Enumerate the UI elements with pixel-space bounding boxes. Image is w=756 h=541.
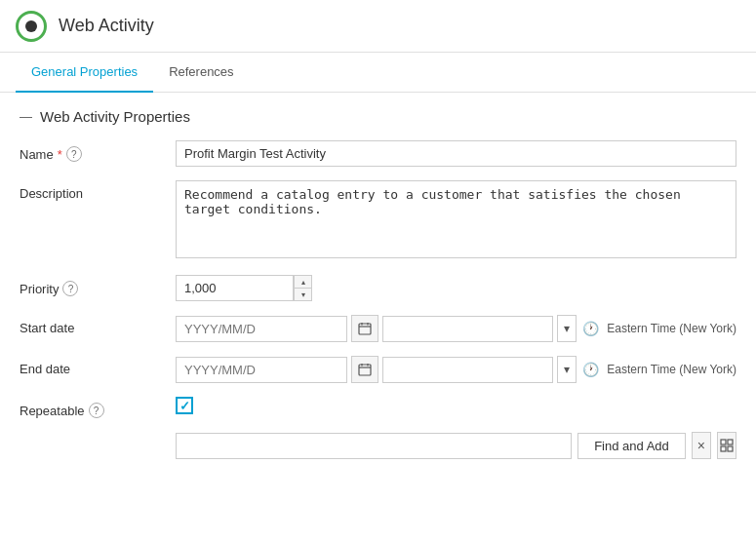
svg-rect-11 [728, 446, 733, 451]
end-date-label: End date [20, 356, 176, 376]
end-clock-icon: 🕐 [582, 362, 599, 377]
end-timezone-label: Eastern Time (New York) [607, 363, 736, 376]
end-time-input[interactable] [382, 357, 554, 383]
tab-references[interactable]: References [153, 53, 249, 93]
svg-rect-8 [721, 440, 726, 444]
repeatable-help-icon[interactable]: ? [89, 403, 104, 418]
close-button[interactable]: × [692, 432, 711, 459]
name-help-icon[interactable]: ? [66, 146, 82, 162]
tab-bar: General Properties References [0, 53, 756, 93]
name-label: Name * ? [20, 140, 176, 162]
priority-label: Priority ? [20, 275, 176, 296]
checkbox-check-icon: ✓ [179, 399, 190, 413]
svg-rect-9 [728, 440, 733, 444]
section-title: Web Activity Properties [40, 108, 190, 125]
end-date-input[interactable] [176, 357, 347, 383]
start-time-dropdown[interactable]: ▾ [557, 315, 577, 342]
find-add-row: Find and Add × [176, 432, 736, 459]
start-date-field-container: ▾ 🕐 Eastern Time (New York) [176, 315, 736, 342]
svg-rect-4 [359, 365, 371, 375]
find-text-input[interactable] [176, 433, 572, 459]
end-date-row-controls: ▾ 🕐 Eastern Time (New York) [176, 356, 736, 383]
calendar-icon [358, 322, 372, 335]
end-date-calendar-button[interactable] [351, 356, 378, 383]
spinner-down-button[interactable]: ▾ [295, 289, 311, 300]
web-activity-icon [16, 11, 47, 42]
start-timezone-label: Eastern Time (New York) [607, 322, 736, 335]
start-date-input[interactable] [176, 316, 347, 342]
start-date-label: Start date [20, 315, 176, 335]
close-icon: × [697, 438, 705, 453]
main-content: — Web Activity Properties Name * ? Descr… [0, 93, 756, 537]
icon-inner [25, 20, 37, 32]
end-date-field-container: ▾ 🕐 Eastern Time (New York) [176, 356, 736, 383]
tab-general-properties[interactable]: General Properties [16, 53, 153, 93]
description-row: Description [20, 180, 736, 261]
svg-rect-0 [359, 324, 371, 334]
priority-spinner: ▴ ▾ [176, 275, 312, 301]
page-title: Web Activity [59, 16, 154, 36]
start-date-row-controls: ▾ 🕐 Eastern Time (New York) [176, 315, 736, 342]
spinner-up-button[interactable]: ▴ [295, 276, 311, 289]
repeatable-checkbox[interactable]: ✓ [176, 397, 193, 414]
repeatable-row: Repeatable ? ✓ [20, 397, 736, 418]
priority-field-container: ▴ ▾ [176, 275, 736, 301]
section-header: — Web Activity Properties [20, 108, 736, 125]
spinner-buttons: ▴ ▾ [294, 275, 312, 301]
start-date-calendar-button[interactable] [351, 315, 378, 342]
end-calendar-icon [358, 363, 372, 376]
forward-icon [720, 439, 734, 452]
repeatable-field-container: ✓ [176, 397, 736, 414]
description-input[interactable] [176, 180, 736, 258]
end-time-dropdown[interactable]: ▾ [557, 356, 577, 383]
name-row: Name * ? [20, 140, 736, 167]
find-add-button[interactable]: Find and Add [577, 433, 686, 459]
name-field-container [176, 140, 736, 167]
collapse-icon[interactable]: — [20, 109, 32, 124]
start-clock-icon: 🕐 [582, 321, 599, 336]
svg-rect-10 [721, 446, 726, 451]
end-date-row: End date ▾ 🕐 Eastern Time (New York) [20, 356, 736, 383]
description-label: Description [20, 180, 176, 201]
app-header: Web Activity [0, 0, 756, 53]
start-time-input[interactable] [382, 316, 554, 342]
priority-input[interactable] [176, 275, 294, 301]
forward-button[interactable] [717, 432, 736, 459]
start-date-row: Start date ▾ 🕐 Eastern Time (New York) [20, 315, 736, 342]
name-input[interactable] [176, 140, 736, 167]
priority-help-icon[interactable]: ? [62, 281, 78, 296]
priority-row: Priority ? ▴ ▾ [20, 275, 736, 301]
description-field-container [176, 180, 736, 261]
repeatable-label: Repeatable ? [20, 397, 176, 418]
required-star: * [58, 147, 62, 162]
